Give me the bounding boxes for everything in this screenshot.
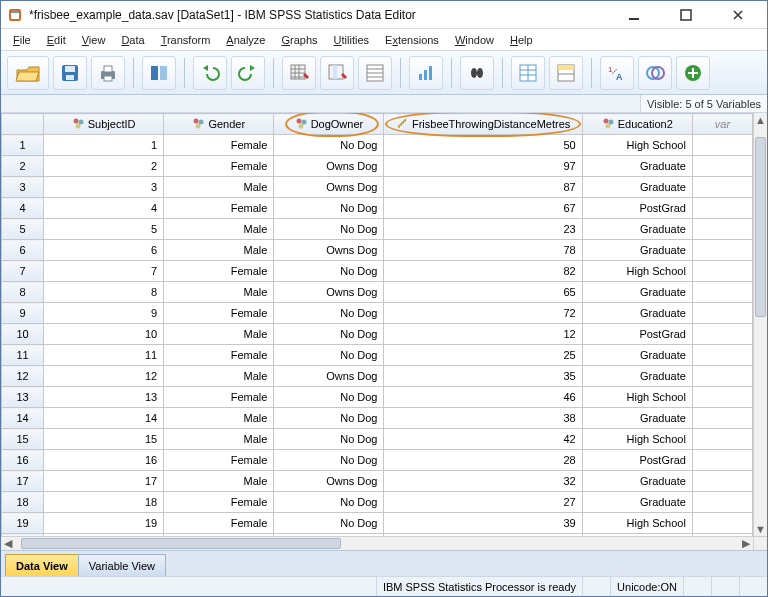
cell-gender[interactable]: Male <box>164 429 274 450</box>
menu-data[interactable]: Data <box>115 32 150 48</box>
row-header[interactable]: 16 <box>2 450 44 471</box>
cell-distance[interactable]: 39 <box>384 513 582 534</box>
cell-empty[interactable] <box>692 303 752 324</box>
row-header[interactable]: 8 <box>2 282 44 303</box>
split-file-button[interactable] <box>511 56 545 90</box>
cell-education[interactable]: Graduate <box>582 303 692 324</box>
cell-empty[interactable] <box>692 135 752 156</box>
row-header[interactable]: 4 <box>2 198 44 219</box>
row-header[interactable]: 9 <box>2 303 44 324</box>
cell-subjectid[interactable]: 5 <box>44 219 164 240</box>
cell-empty[interactable] <box>692 513 752 534</box>
cell-distance[interactable]: 67 <box>384 198 582 219</box>
cell-gender[interactable]: Female <box>164 198 274 219</box>
cell-gender[interactable]: Female <box>164 345 274 366</box>
row-header[interactable]: 1 <box>2 135 44 156</box>
cell-dogowner[interactable]: Owns Dog <box>274 240 384 261</box>
cell-education[interactable]: Graduate <box>582 282 692 303</box>
column-header-subjectid[interactable]: SubjectID <box>44 114 164 135</box>
cell-distance[interactable]: 25 <box>384 345 582 366</box>
cell-empty[interactable] <box>692 387 752 408</box>
menu-help[interactable]: Help <box>504 32 539 48</box>
cell-dogowner[interactable]: No Dog <box>274 303 384 324</box>
cell-dogowner[interactable]: No Dog <box>274 387 384 408</box>
row-header[interactable]: 7 <box>2 261 44 282</box>
cell-education[interactable]: PostGrad <box>582 198 692 219</box>
cell-dogowner[interactable]: No Dog <box>274 450 384 471</box>
row-header[interactable]: 5 <box>2 219 44 240</box>
cell-empty[interactable] <box>692 366 752 387</box>
cell-gender[interactable]: Female <box>164 450 274 471</box>
menu-window[interactable]: Window <box>449 32 500 48</box>
cell-distance[interactable]: 23 <box>384 219 582 240</box>
tab-variable-view[interactable]: Variable View <box>78 554 166 576</box>
cell-subjectid[interactable]: 17 <box>44 471 164 492</box>
menu-transform[interactable]: Transform <box>155 32 217 48</box>
cell-subjectid[interactable]: 15 <box>44 429 164 450</box>
cell-subjectid[interactable]: 10 <box>44 324 164 345</box>
cell-gender[interactable]: Male <box>164 366 274 387</box>
row-header[interactable]: 10 <box>2 324 44 345</box>
cell-empty[interactable] <box>692 156 752 177</box>
menu-utilities[interactable]: Utilities <box>328 32 375 48</box>
cell-subjectid[interactable]: 7 <box>44 261 164 282</box>
row-header[interactable]: 11 <box>2 345 44 366</box>
cell-education[interactable]: Graduate <box>582 471 692 492</box>
cell-subjectid[interactable]: 6 <box>44 240 164 261</box>
cell-dogowner[interactable]: No Dog <box>274 345 384 366</box>
cell-subjectid[interactable]: 4 <box>44 198 164 219</box>
cell-gender[interactable]: Female <box>164 135 274 156</box>
save-button[interactable] <box>53 56 87 90</box>
cell-distance[interactable]: 50 <box>384 135 582 156</box>
cell-dogowner[interactable]: No Dog <box>274 135 384 156</box>
scroll-up-arrow[interactable]: ▲ <box>754 113 767 127</box>
goto-variable-button[interactable] <box>320 56 354 90</box>
cell-subjectid[interactable]: 11 <box>44 345 164 366</box>
cell-dogowner[interactable]: Owns Dog <box>274 177 384 198</box>
cell-gender[interactable]: Male <box>164 219 274 240</box>
print-button[interactable] <box>91 56 125 90</box>
goto-case-button[interactable] <box>282 56 316 90</box>
cell-subjectid[interactable]: 13 <box>44 387 164 408</box>
cell-subjectid[interactable]: 14 <box>44 408 164 429</box>
row-header[interactable]: 17 <box>2 471 44 492</box>
cell-subjectid[interactable]: 18 <box>44 492 164 513</box>
cell-dogowner[interactable]: No Dog <box>274 219 384 240</box>
cell-distance[interactable]: 82 <box>384 261 582 282</box>
data-grid[interactable]: SubjectID Gender DogOwner FrisbeeThrowin… <box>1 113 753 536</box>
cell-distance[interactable]: 38 <box>384 408 582 429</box>
menu-edit[interactable]: Edit <box>41 32 72 48</box>
row-header[interactable]: 12 <box>2 366 44 387</box>
scroll-left-arrow[interactable]: ◀ <box>1 537 15 550</box>
undo-button[interactable] <box>193 56 227 90</box>
cell-empty[interactable] <box>692 324 752 345</box>
cell-distance[interactable]: 87 <box>384 177 582 198</box>
cell-education[interactable]: PostGrad <box>582 450 692 471</box>
vertical-scroll-thumb[interactable] <box>755 137 766 317</box>
row-header[interactable]: 19 <box>2 513 44 534</box>
scroll-right-arrow[interactable]: ▶ <box>739 537 753 550</box>
cell-distance[interactable]: 78 <box>384 240 582 261</box>
variables-button[interactable] <box>358 56 392 90</box>
cell-subjectid[interactable]: 3 <box>44 177 164 198</box>
cell-empty[interactable] <box>692 261 752 282</box>
cell-subjectid[interactable]: 19 <box>44 513 164 534</box>
row-header[interactable]: 14 <box>2 408 44 429</box>
cell-gender[interactable]: Male <box>164 282 274 303</box>
cell-empty[interactable] <box>692 198 752 219</box>
cell-subjectid[interactable]: 2 <box>44 156 164 177</box>
column-header-education[interactable]: Education2 <box>582 114 692 135</box>
value-labels-button[interactable]: 1A <box>600 56 634 90</box>
cell-dogowner[interactable]: No Dog <box>274 261 384 282</box>
cell-empty[interactable] <box>692 408 752 429</box>
cell-distance[interactable]: 32 <box>384 471 582 492</box>
cell-distance[interactable]: 65 <box>384 282 582 303</box>
cell-empty[interactable] <box>692 471 752 492</box>
cell-empty[interactable] <box>692 450 752 471</box>
cell-dogowner[interactable]: No Dog <box>274 324 384 345</box>
cell-dogowner[interactable]: No Dog <box>274 513 384 534</box>
cell-education[interactable]: Graduate <box>582 177 692 198</box>
cell-dogowner[interactable]: No Dog <box>274 492 384 513</box>
cell-empty[interactable] <box>692 240 752 261</box>
cell-distance[interactable]: 35 <box>384 366 582 387</box>
